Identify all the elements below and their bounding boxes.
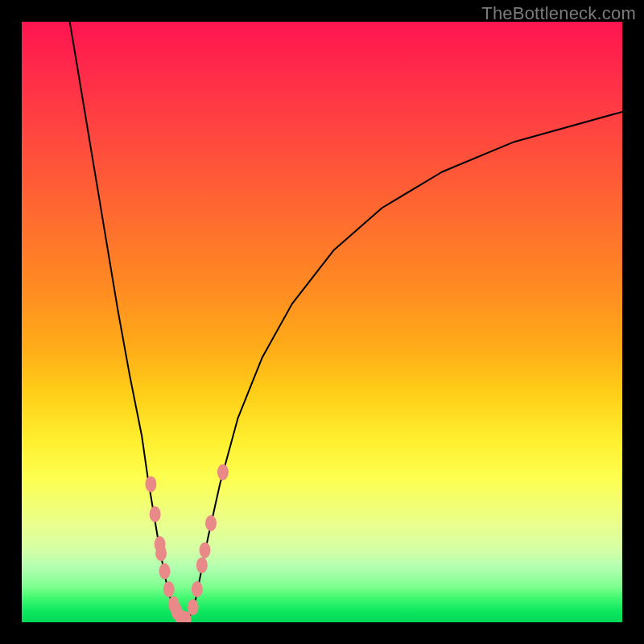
marker-point — [200, 542, 211, 558]
marker-point — [159, 564, 171, 580]
chart-frame: TheBottleneck.com — [0, 0, 644, 644]
marker-point — [196, 557, 208, 573]
marker-point — [188, 599, 199, 615]
marker-point — [163, 581, 175, 597]
plot-area — [22, 22, 622, 622]
curve-right-branch — [184, 112, 622, 622]
marker-point — [145, 476, 156, 492]
watermark-text: TheBottleneck.com — [481, 3, 636, 24]
marker-point — [150, 506, 161, 522]
marker-point — [192, 581, 203, 597]
marker-point — [155, 545, 167, 561]
curve-layer — [22, 22, 622, 622]
curve-left-branch — [70, 22, 184, 622]
marker-point — [205, 515, 217, 531]
marker-point — [217, 464, 229, 481]
